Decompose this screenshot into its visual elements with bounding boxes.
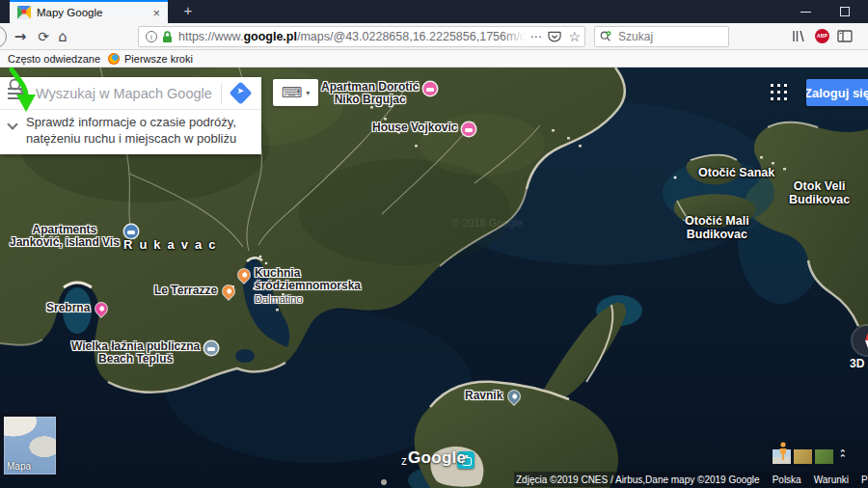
label-ravnik[interactable]: Ravnik bbox=[465, 390, 522, 402]
url-bar[interactable]: i https://www.google.pl/maps/@43.0228658… bbox=[138, 26, 585, 47]
map-type-toggle[interactable]: Mapa bbox=[0, 413, 60, 478]
label-apartman-dorotic[interactable]: Apartman DorotićNiko Brgujac bbox=[321, 81, 437, 106]
page-actions-icon[interactable]: ⋯ bbox=[529, 30, 541, 43]
bookmark-often-visited[interactable]: Często odwiedzane bbox=[8, 53, 100, 65]
window-titlebar: Mapy Google × + bbox=[0, 0, 868, 23]
divider bbox=[221, 83, 222, 104]
pegman-icon[interactable] bbox=[777, 442, 789, 461]
search-plus-icon bbox=[600, 30, 611, 43]
new-tab-button[interactable]: + bbox=[176, 0, 201, 23]
label-srebrna[interactable]: Srebrna bbox=[46, 302, 109, 314]
directions-icon[interactable] bbox=[229, 81, 252, 104]
tab-close-icon[interactable]: × bbox=[150, 6, 162, 20]
collapse-chevron-icon[interactable]: ⌃⌃ bbox=[839, 451, 847, 461]
bookmark-star-icon[interactable]: ☆ bbox=[568, 29, 581, 44]
photo-thumbnail[interactable] bbox=[794, 449, 812, 464]
region-label: Polska bbox=[773, 474, 801, 485]
circle-blue-icon[interactable] bbox=[124, 225, 138, 238]
label-house-vojkovic[interactable]: House Vojkovic bbox=[372, 122, 475, 136]
label-beach-teplus[interactable]: Wielka łaźnia publicznaBeach Tepluš bbox=[71, 340, 218, 366]
input-tools-button[interactable]: ⌨ ▾ bbox=[273, 79, 318, 106]
site-info-icon[interactable]: i bbox=[146, 31, 157, 42]
firefox-icon bbox=[108, 53, 120, 65]
photo-thumbnail[interactable] bbox=[815, 449, 833, 464]
adblock-plus-icon[interactable]: ABP bbox=[815, 29, 829, 43]
bookmarks-bar: Często odwiedzane Pierwsze kroki bbox=[0, 50, 868, 68]
label-le-terrazze[interactable]: Le Terrazze bbox=[154, 285, 236, 297]
label-apartments-jankovic[interactable]: ApartmentsJanković, island Vis bbox=[10, 224, 138, 249]
map-type-label: Mapa bbox=[7, 461, 31, 472]
pin-orange-icon[interactable] bbox=[221, 284, 237, 300]
browser-search-bar[interactable] bbox=[594, 26, 729, 47]
maps-favicon-icon bbox=[17, 6, 31, 19]
3d-button[interactable]: 3D bbox=[850, 357, 864, 370]
bed-pink-icon[interactable] bbox=[462, 122, 475, 136]
google-watermark: zGoogle bbox=[401, 448, 466, 468]
window-maximize-button[interactable] bbox=[840, 7, 850, 16]
home-icon[interactable]: ⌂ bbox=[50, 23, 75, 49]
label-otok-veli-budikovac: Otok VeliBudikovac bbox=[789, 180, 850, 207]
sign-in-button[interactable]: Zaloguj się bbox=[806, 79, 868, 106]
attribution-bar: Zdjęcia ©2019 CNES / Airbus,Dane mapy ©2… bbox=[514, 472, 868, 487]
map-viewport[interactable]: © 2018 Google Apartman DorotićNiko Brguj… bbox=[0, 68, 868, 488]
maps-search-input[interactable] bbox=[34, 85, 221, 102]
bed-pink-icon[interactable] bbox=[423, 82, 437, 95]
pin-pink-icon[interactable] bbox=[94, 301, 110, 317]
imagery-panel: ⌃⌃ bbox=[770, 442, 868, 471]
label-kuchnia-dalmatino[interactable]: KuchniaśródziemnomorskaDalmatino bbox=[238, 267, 361, 305]
label-otocic-sanak: Otočić Sanak bbox=[698, 167, 774, 180]
url-text[interactable]: https://www.google.pl/maps/@43.0228658,1… bbox=[178, 30, 526, 43]
green-annotation-arrow bbox=[0, 68, 42, 116]
browser-tab[interactable]: Mapy Google × bbox=[10, 0, 168, 23]
back-button[interactable] bbox=[0, 25, 7, 48]
bookmark-first-steps[interactable]: Pierwsze kroki bbox=[108, 53, 193, 65]
input-tools-dropdown-icon[interactable]: ▾ bbox=[306, 89, 310, 97]
banner-text: Sprawdź informacje o czasie podróży, nat… bbox=[26, 115, 256, 148]
feedback-link[interactable]: Prześlij opinię bbox=[861, 474, 868, 485]
tab-title: Mapy Google bbox=[37, 7, 150, 18]
google-apps-icon[interactable] bbox=[770, 83, 789, 102]
terms-link[interactable]: Warunki bbox=[814, 474, 849, 485]
label-otocic-mali-budikovac: Otočić MaliBudikovac bbox=[685, 215, 749, 242]
map-copyright-watermark: © 2018 Google bbox=[451, 217, 523, 229]
keyboard-icon: ⌨ bbox=[282, 84, 303, 101]
pocket-icon[interactable] bbox=[548, 31, 561, 43]
https-lock-icon bbox=[162, 31, 173, 43]
screenshot-root: Mapy Google × + → ⟳ ⌂ i https://www.goog… bbox=[0, 0, 868, 488]
browser-search-input[interactable] bbox=[616, 29, 723, 44]
label-rukavac: Rukavac bbox=[123, 238, 222, 252]
circle-slate-icon[interactable] bbox=[204, 341, 218, 355]
window-minimize-button[interactable] bbox=[800, 12, 811, 13]
imagery-credits: Zdjęcia ©2019 CNES / Airbus,Dane mapy ©2… bbox=[516, 474, 760, 485]
library-icon[interactable] bbox=[787, 23, 808, 49]
sidebar-toggle-icon[interactable] bbox=[833, 23, 856, 49]
forward-icon[interactable]: → bbox=[8, 23, 33, 49]
travel-info-banner[interactable]: Sprawdź informacje o czasie podróży, nat… bbox=[0, 109, 261, 154]
pin-orange-icon[interactable] bbox=[236, 267, 253, 284]
pin-slate-icon[interactable] bbox=[506, 389, 523, 405]
browser-navbar: → ⟳ ⌂ i https://www.google.pl/maps/@43.0… bbox=[0, 23, 868, 50]
chevron-down-icon[interactable] bbox=[7, 119, 17, 129]
